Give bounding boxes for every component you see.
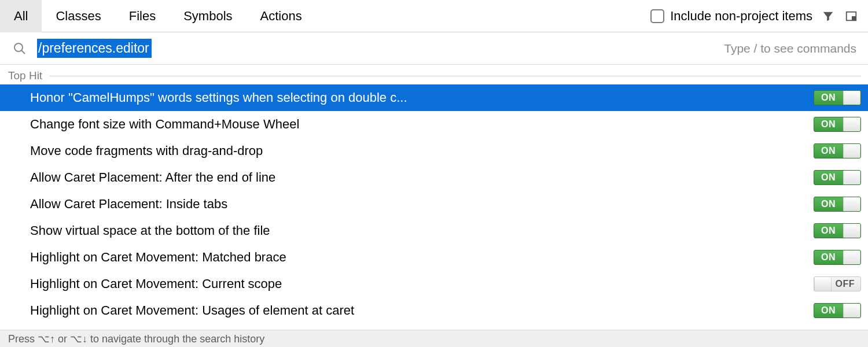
search-input-value: /preferences.editor bbox=[37, 39, 152, 58]
toggle-state-label: ON bbox=[821, 252, 836, 263]
toggle-knob bbox=[814, 277, 832, 291]
svg-point-2 bbox=[14, 43, 23, 51]
toggle-state-label: ON bbox=[821, 172, 836, 183]
tab-classes[interactable]: Classes bbox=[42, 0, 115, 32]
setting-toggle[interactable]: ON bbox=[814, 250, 861, 265]
result-row[interactable]: Highlight on Caret Movement: Usages of e… bbox=[0, 297, 868, 324]
tab-label: Files bbox=[129, 9, 156, 24]
search-hint: Type / to see commands bbox=[724, 42, 865, 56]
section-header-label: Top Hit bbox=[8, 69, 42, 82]
setting-toggle[interactable]: ON bbox=[814, 303, 861, 318]
include-non-project-checkbox[interactable]: Include non-project items bbox=[650, 9, 812, 24]
svg-line-3 bbox=[21, 50, 25, 54]
tab-label: Symbols bbox=[183, 9, 232, 24]
result-row[interactable]: Highlight on Caret Movement: Matched bra… bbox=[0, 244, 868, 271]
result-row[interactable]: Allow Caret Placement: Inside tabsON bbox=[0, 191, 868, 217]
search-input[interactable]: /preferences.editor bbox=[37, 39, 724, 58]
result-label: Highlight on Caret Movement: Usages of e… bbox=[30, 303, 814, 318]
search-bar: /preferences.editor Type / to see comman… bbox=[0, 32, 868, 65]
toggle-state-label: ON bbox=[821, 93, 836, 103]
toggle-knob bbox=[843, 117, 860, 131]
toggle-state-label: ON bbox=[821, 199, 836, 209]
result-row[interactable]: Show virtual space at the bottom of the … bbox=[0, 217, 868, 244]
toggle-knob bbox=[843, 250, 860, 264]
result-label: Allow Caret Placement: Inside tabs bbox=[30, 197, 814, 212]
result-row[interactable]: Allow Caret Placement: After the end of … bbox=[0, 164, 868, 191]
result-label: Change font size with Command+Mouse Whee… bbox=[30, 117, 814, 132]
tab-symbols[interactable]: Symbols bbox=[170, 0, 246, 32]
status-text: Press ⌥↑ or ⌥↓ to navigate through the s… bbox=[8, 333, 264, 345]
tab-actions[interactable]: Actions bbox=[247, 0, 316, 32]
include-non-project-label: Include non-project items bbox=[670, 9, 812, 24]
toggle-state-label: ON bbox=[821, 119, 836, 130]
toggle-knob bbox=[843, 224, 860, 238]
tab-bar: AllClassesFilesSymbolsActions Include no… bbox=[0, 0, 868, 32]
result-row[interactable]: Change font size with Command+Mouse Whee… bbox=[0, 111, 868, 138]
toggle-state-label: ON bbox=[821, 226, 836, 236]
result-row[interactable]: Highlight on Caret Movement: Current sco… bbox=[0, 271, 868, 297]
toggle-knob bbox=[843, 304, 860, 318]
result-row[interactable]: Honor "CamelHumps" words settings when s… bbox=[0, 84, 868, 111]
result-row[interactable]: Move code fragments with drag-and-dropON bbox=[0, 138, 868, 164]
search-icon bbox=[13, 42, 27, 56]
tab-label: Actions bbox=[260, 9, 302, 24]
tab-label: Classes bbox=[56, 9, 101, 24]
setting-toggle[interactable]: ON bbox=[814, 143, 861, 158]
toggle-state-label: OFF bbox=[836, 279, 855, 289]
setting-toggle[interactable]: OFF bbox=[814, 276, 861, 291]
svg-rect-1 bbox=[852, 16, 856, 20]
result-label: Allow Caret Placement: After the end of … bbox=[30, 170, 814, 185]
section-header: Top Hit bbox=[0, 65, 868, 84]
setting-toggle[interactable]: ON bbox=[814, 170, 861, 185]
filter-icon[interactable] bbox=[821, 9, 836, 24]
tab-all[interactable]: All bbox=[0, 0, 42, 32]
checkbox-box-icon bbox=[650, 9, 664, 23]
tab-files[interactable]: Files bbox=[115, 0, 170, 32]
result-label: Highlight on Caret Movement: Matched bra… bbox=[30, 250, 814, 265]
results-list: Honor "CamelHumps" words settings when s… bbox=[0, 84, 868, 330]
toggle-knob bbox=[843, 91, 860, 105]
layout-pin-icon[interactable] bbox=[844, 9, 859, 24]
result-label: Show virtual space at the bottom of the … bbox=[30, 223, 814, 238]
result-label: Highlight on Caret Movement: Current sco… bbox=[30, 276, 814, 291]
toggle-state-label: ON bbox=[821, 305, 836, 316]
toggle-knob bbox=[843, 144, 860, 158]
setting-toggle[interactable]: ON bbox=[814, 223, 861, 238]
toggle-knob bbox=[843, 197, 860, 211]
tab-label: All bbox=[14, 9, 28, 24]
section-divider bbox=[49, 76, 861, 76]
setting-toggle[interactable]: ON bbox=[814, 197, 861, 212]
toggle-state-label: ON bbox=[821, 146, 836, 156]
setting-toggle[interactable]: ON bbox=[814, 90, 861, 105]
toggle-knob bbox=[843, 171, 860, 184]
setting-toggle[interactable]: ON bbox=[814, 117, 861, 132]
result-label: Honor "CamelHumps" words settings when s… bbox=[30, 90, 814, 105]
result-label: Move code fragments with drag-and-drop bbox=[30, 143, 814, 158]
status-bar: Press ⌥↑ or ⌥↓ to navigate through the s… bbox=[0, 330, 868, 347]
